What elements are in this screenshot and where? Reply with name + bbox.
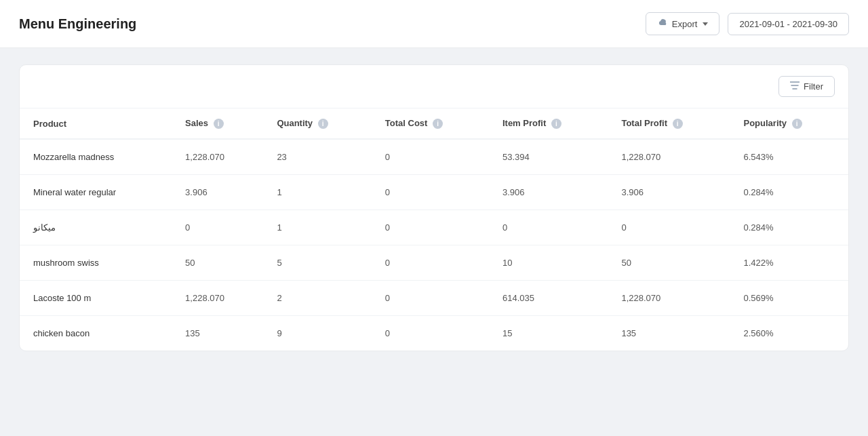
cell-item-profit: 53.394 [489,139,608,175]
cell-sales: 50 [172,245,263,281]
cell-total-cost: 0 [372,175,489,210]
export-label: Export [672,19,698,29]
col-product: Product [20,108,172,139]
cell-popularity: 0.569% [730,281,848,316]
total-cost-info-icon[interactable]: i [433,119,443,129]
table-row: mushroom swiss 50 5 0 10 50 1.422% [20,245,848,281]
cell-popularity: 0.284% [730,210,848,245]
cell-total-cost: 0 [372,210,489,245]
cell-total-cost: 0 [372,139,489,175]
cell-product: chicken bacon [20,316,172,351]
cell-popularity: 0.284% [730,175,848,210]
cell-product: Mineral water regular [20,175,172,210]
cell-quantity: 1 [263,175,371,210]
cell-product: Mozzarella madness [20,139,172,175]
cell-item-profit: 10 [489,245,608,281]
cell-sales: 0 [172,210,263,245]
cell-product: mushroom swiss [20,245,172,281]
quantity-info-icon[interactable]: i [318,119,328,129]
table-header-row: Product Sales i Quantity i Total Cost [20,108,848,139]
col-sales: Sales i [172,108,263,139]
page-wrapper: Menu Engineering Export 2021-09-01 - 202… [0,0,868,436]
cell-total-cost: 0 [372,281,489,316]
cell-popularity: 2.560% [730,316,848,351]
card-toolbar: Filter [20,65,848,108]
cell-quantity: 1 [263,210,371,245]
cell-total-profit: 3.906 [608,175,730,210]
cell-total-cost: 0 [372,316,489,351]
col-item-profit: Item Profit i [489,108,608,139]
filter-label: Filter [804,81,823,92]
popularity-info-icon[interactable]: i [792,119,802,129]
table-row: ميكانو 0 1 0 0 0 0.284% [20,210,848,245]
cell-quantity: 5 [263,245,371,281]
item-profit-info-icon[interactable]: i [551,119,561,129]
page-title: Menu Engineering [19,16,136,32]
cell-item-profit: 15 [489,316,608,351]
col-popularity: Popularity i [730,108,848,139]
cell-total-profit: 0 [608,210,730,245]
cell-sales: 3.906 [172,175,263,210]
cell-product: Lacoste 100 m [20,281,172,316]
table-row: Mozzarella madness 1,228.070 23 0 53.394… [20,139,848,175]
cell-quantity: 23 [263,139,371,175]
cell-total-cost: 0 [372,245,489,281]
col-total-cost: Total Cost i [372,108,489,139]
filter-icon [790,81,800,92]
cell-item-profit: 3.906 [489,175,608,210]
content-area: Filter Product Sales i Quant [0,48,868,368]
col-total-profit: Total Profit i [608,108,730,139]
cell-sales: 1,228.070 [172,139,263,175]
cell-sales: 1,228.070 [172,281,263,316]
cell-popularity: 1.422% [730,245,848,281]
date-range-button[interactable]: 2021-09-01 - 2021-09-30 [728,13,849,35]
col-quantity: Quantity i [263,108,371,139]
table-row: chicken bacon 135 9 0 15 135 2.560% [20,316,848,351]
filter-button[interactable]: Filter [778,76,835,97]
cell-item-profit: 0 [489,210,608,245]
cell-popularity: 6.543% [730,139,848,175]
cell-quantity: 2 [263,281,371,316]
cell-total-profit: 50 [608,245,730,281]
data-table: Product Sales i Quantity i Total Cost [20,108,848,351]
main-card: Filter Product Sales i Quant [19,64,849,351]
cell-quantity: 9 [263,316,371,351]
header: Menu Engineering Export 2021-09-01 - 202… [0,0,868,48]
cell-total-profit: 1,228.070 [608,139,730,175]
cell-product: ميكانو [20,210,172,245]
cloud-icon [657,18,668,29]
chevron-down-icon [703,22,708,26]
total-profit-info-icon[interactable]: i [673,119,683,129]
header-actions: Export 2021-09-01 - 2021-09-30 [646,12,849,35]
table-row: Lacoste 100 m 1,228.070 2 0 614.035 1,22… [20,281,848,316]
cell-total-profit: 135 [608,316,730,351]
cell-item-profit: 614.035 [489,281,608,316]
sales-info-icon[interactable]: i [214,119,224,129]
export-button[interactable]: Export [646,12,720,35]
cell-sales: 135 [172,316,263,351]
table-row: Mineral water regular 3.906 1 0 3.906 3.… [20,175,848,210]
cell-total-profit: 1,228.070 [608,281,730,316]
